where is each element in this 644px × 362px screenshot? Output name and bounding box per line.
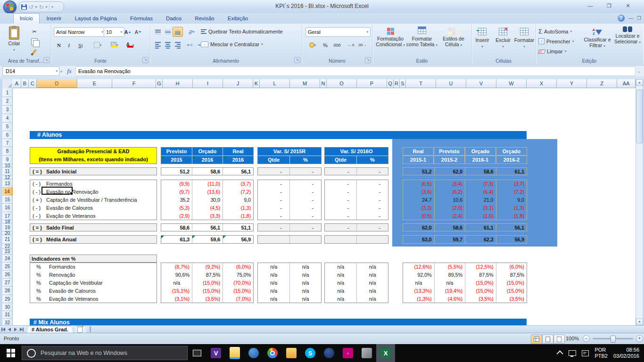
merge-center-button[interactable]: ↔ Mesclar e Centralizar▾ [201,41,263,47]
workbook-minimize-icon[interactable]: — [628,15,633,22]
cell[interactable]: (3,6) [403,188,434,196]
cell[interactable]: - [258,204,289,212]
tab-layout-da-p-gina[interactable]: Layout da Página [68,13,123,23]
row-header-23[interactable]: 23 [2,249,13,255]
autosum-button[interactable]: ΣAutoSoma▾ [538,28,572,35]
row-header-16[interactable]: 16 [2,204,13,212]
cell[interactable]: (70,0%) [223,279,253,287]
zoom-out-button[interactable]: – [583,335,590,342]
cell[interactable]: 21,0 [465,196,496,204]
number-dialog-launcher[interactable]: ↘ [365,57,371,63]
scroll-up-button[interactable]: ▲ [636,79,643,86]
taskbar-app-skype[interactable]: S [301,344,320,362]
clear-button[interactable]: Limpar▾ [538,49,566,54]
row-header-30[interactable]: 30 [2,303,13,311]
tab-revis-o[interactable]: Revisão [189,13,221,23]
tab-f-rmulas[interactable]: Fórmulas [124,13,159,23]
column-header-C[interactable]: C [29,79,37,88]
row-header-12[interactable]: 12 [2,175,13,180]
cell[interactable]: n/a [356,279,388,287]
column-header-H[interactable]: H [163,79,193,88]
cell[interactable]: (7,2) [223,188,253,196]
cell[interactable]: 9,0 [496,196,527,204]
row-header-13[interactable]: 13 [2,180,13,188]
cell[interactable]: n/a [289,295,321,303]
minimize-button[interactable]: — [583,2,597,10]
cell[interactable]: 87,5% [192,271,223,279]
cell[interactable]: (1,8) [496,212,527,220]
sheet-tab-active[interactable]: # Alunos Grad. [26,326,74,333]
cell[interactable]: 61,1 [465,224,496,231]
cell[interactable]: n/a [356,295,388,303]
cell[interactable]: (1,3) [223,204,253,212]
cell[interactable]: 56,1 [192,224,223,231]
orientation-button[interactable]: ab▾ [185,27,198,37]
tray-overflow-icon[interactable] [557,350,563,357]
cell[interactable]: - [325,224,356,231]
cell[interactable]: (15,0%) [192,279,223,287]
cell[interactable]: (5,3) [161,204,192,212]
cell[interactable]: (13,6) [192,188,223,196]
cell[interactable]: n/a [356,271,388,279]
row-header-11[interactable]: 11 [2,167,13,175]
cell[interactable]: 51,2 [161,168,192,175]
row-header-6[interactable]: 6 [2,131,13,139]
cell[interactable]: 62,0 [403,224,434,231]
cell[interactable]: n/a [258,295,289,303]
align-top-button[interactable] [153,27,163,37]
row-header-29[interactable]: 29 [2,295,13,303]
cell[interactable]: 92,0% [403,271,434,279]
cell[interactable]: (7,2) [496,188,527,196]
font-name-combo[interactable]: Arial Narrow▾ [54,27,106,37]
taskbar-app-excel[interactable]: X [376,344,395,362]
column-header-V[interactable]: V [466,79,496,88]
zoom-track[interactable] [593,338,633,339]
cell[interactable]: - [289,212,321,220]
name-box[interactable]: D14▾ [2,66,59,76]
cell[interactable]: (6,0%) [223,263,253,271]
align-left-button[interactable] [153,40,163,50]
cell[interactable]: (15,1%) [161,287,192,295]
align-bottom-button[interactable] [173,27,183,37]
cell[interactable]: 61,1 [496,168,527,175]
selection-box[interactable] [41,187,73,195]
cell[interactable]: 58,6 [192,168,223,175]
cell[interactable]: (3,1%) [161,295,192,303]
cell[interactable]: (19,4%) [434,287,465,295]
taskbar-app-amber[interactable] [282,344,301,362]
cell[interactable]: (11,0) [192,180,223,188]
cell[interactable]: n/a [289,263,321,271]
cell-styles-button[interactable]: Estilos de Célula ▾ [438,26,469,48]
cell[interactable]: (7,0%) [223,295,253,303]
cell[interactable]: 63,0 [403,236,434,243]
row-header-8[interactable]: 8 [2,147,13,156]
column-header-B[interactable]: B [21,79,29,88]
cell[interactable]: 58,6 [161,224,192,231]
copy-button[interactable] [29,37,40,47]
cell[interactable]: n/a [325,263,356,271]
cell[interactable]: - [289,188,321,196]
column-header-R[interactable]: R [394,79,400,88]
cell[interactable]: (1,8) [223,212,253,220]
column-header-J[interactable]: J [223,79,253,88]
scroll-down-button[interactable]: ▼ [636,319,643,325]
cell[interactable]: 56,9 [223,236,253,243]
italic-button[interactable]: I [64,40,74,50]
cell[interactable]: (12,6%) [403,263,434,271]
cell[interactable]: (6,0%) [496,263,527,271]
cell[interactable]: 58,6 [434,224,465,231]
column-header-S[interactable]: S [400,79,406,88]
column-header-L[interactable]: L [260,79,290,88]
row-header-4[interactable]: 4 [2,114,13,123]
cell[interactable]: 62,3 [465,236,496,243]
cell[interactable] [356,236,388,243]
cell[interactable]: (15,0%) [465,279,496,287]
column-header-I[interactable]: I [193,79,223,88]
decrease-decimal-button[interactable]: .00→ [356,40,368,50]
taskbar-app-explorer[interactable] [225,344,244,362]
cell[interactable]: 87,5% [465,271,496,279]
first-sheet-button[interactable] [0,327,6,332]
cell[interactable]: n/a [325,287,356,295]
alignment-dialog-launcher[interactable]: ↘ [294,57,300,63]
cell[interactable]: 90,6% [161,271,192,279]
